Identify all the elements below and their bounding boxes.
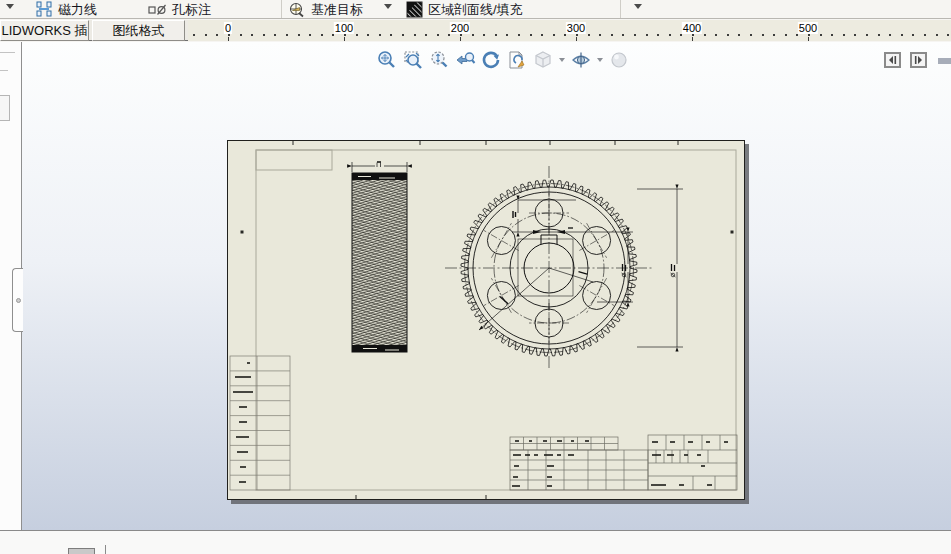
- dimension-width[interactable]: [352, 162, 407, 172]
- drawing-view-gear-side[interactable]: [352, 162, 407, 352]
- area-hatch-fill-button[interactable]: 区域剖面线/填充: [428, 1, 523, 19]
- gear-parameter-table: [230, 356, 290, 490]
- toolbar-separator: [620, 0, 621, 18]
- ruler-label: 200: [450, 22, 470, 34]
- magnetic-lines-icon[interactable]: [35, 1, 53, 22]
- heads-up-view-toolbar: [374, 47, 632, 73]
- redraw-view-button[interactable]: [478, 47, 504, 73]
- command-toolbar: 磁力线 孔标注 基准目标 区域剖面线/填充: [0, 0, 951, 19]
- handle-grip-icon: [16, 298, 21, 303]
- sheet-margin-frame: [256, 150, 736, 490]
- hide-show-dropdown-icon[interactable]: [594, 47, 606, 73]
- table-text-marks: [233, 162, 728, 486]
- graphics-area[interactable]: [0, 42, 951, 530]
- previous-view-button[interactable]: [452, 47, 478, 73]
- hide-show-items-button[interactable]: [568, 47, 594, 73]
- display-style-dropdown-icon[interactable]: [556, 47, 568, 73]
- collapsed-panel-tab[interactable]: [938, 58, 951, 64]
- area-hatch-dropdown-icon[interactable]: [634, 4, 642, 9]
- datum-target-dropdown-icon[interactable]: [384, 4, 392, 9]
- display-style-button[interactable]: [530, 47, 556, 73]
- zoom-to-area-button[interactable]: [400, 47, 426, 73]
- previous-sheet-button[interactable]: [884, 52, 901, 68]
- taskbar-item[interactable]: [68, 548, 95, 554]
- zoom-to-fit-button[interactable]: [374, 47, 400, 73]
- bolt-hole: [487, 282, 515, 310]
- magnetic-lines-button[interactable]: 磁力线: [58, 1, 97, 19]
- dimension-hole-to-key[interactable]: [513, 200, 576, 232]
- ruler-label: 100: [334, 22, 354, 34]
- hole-callout-icon[interactable]: [148, 1, 168, 22]
- update-view-button[interactable]: [504, 47, 530, 73]
- appearances-button[interactable]: [606, 47, 632, 73]
- dimension-keyway-width[interactable]: [512, 228, 633, 234]
- dimension-radial[interactable]: [479, 268, 549, 330]
- datum-target-button[interactable]: 基准目标: [311, 1, 363, 19]
- ruler-label: 0: [224, 22, 232, 34]
- datum-target-icon[interactable]: [288, 1, 306, 22]
- ruler-label: 300: [566, 22, 586, 34]
- toolbar-separator: [281, 0, 282, 18]
- status-bar: [0, 530, 951, 554]
- sheet-graphics: [228, 141, 744, 499]
- ruler-label: 500: [798, 22, 818, 34]
- solidworks-drawing-window: { "toolbar": { "items": [ { "id": "magne…: [0, 0, 951, 554]
- drawing-sheet[interactable]: [227, 140, 745, 500]
- bolt-hole: [583, 282, 611, 310]
- ruler-label: 400: [682, 22, 702, 34]
- drawing-view-gear-front[interactable]: [445, 166, 683, 370]
- panel-collapse-handle[interactable]: [12, 268, 23, 332]
- toolbar-overflow-arrow-icon[interactable]: [6, 4, 14, 9]
- tab-solidworks-addins[interactable]: LIDWORKS 插件: [0, 20, 89, 41]
- zoom-in-out-button[interactable]: [426, 47, 452, 73]
- sheet-tab-bar: LIDWORKS 插件 图纸格式 0100200300400500: [0, 20, 951, 41]
- status-divider: [105, 545, 106, 554]
- horizontal-ruler: 0100200300400500: [188, 20, 951, 41]
- tab-sheet-format[interactable]: 图纸格式: [92, 20, 185, 41]
- area-hatch-fill-icon[interactable]: [406, 1, 423, 22]
- hole-callout-button[interactable]: 孔标注: [172, 1, 211, 19]
- next-sheet-button[interactable]: [910, 52, 927, 68]
- dimension-inner-diameter[interactable]: [597, 232, 633, 302]
- title-block: [510, 435, 737, 490]
